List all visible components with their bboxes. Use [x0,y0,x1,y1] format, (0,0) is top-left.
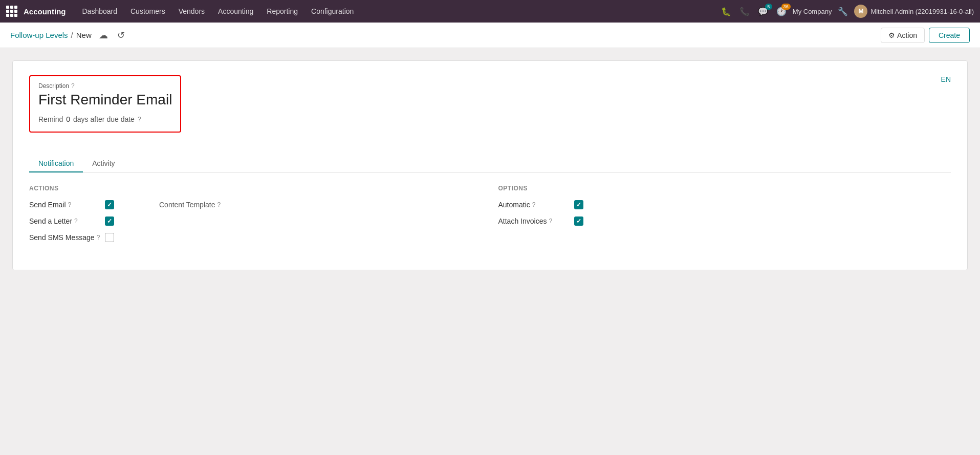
save-cloud-icon[interactable]: ☁ [97,28,110,43]
attach-invoices-label: Attach Invoices [498,217,547,225]
description-help-icon[interactable]: ? [71,82,75,90]
attach-invoices-row: Attach Invoices ? [498,216,951,226]
remind-suffix: days after due date [73,115,135,123]
gear-icon: ⚙ [888,31,895,39]
description-label: Description ? [38,82,172,90]
create-button[interactable]: Create [929,28,970,43]
send-sms-label: Send SMS Message [29,233,95,242]
main-menu: Dashboard Customers Vendors Accounting R… [76,4,717,18]
header-actions: ⚙ Action Create [881,28,970,43]
send-letter-help-icon[interactable]: ? [74,218,78,225]
automatic-label: Automatic [498,201,530,209]
remind-value[interactable]: 0 [66,115,70,123]
send-sms-row: Send SMS Message ? [29,233,482,242]
description-section: Description ? First Reminder Email Remin… [29,75,181,133]
language-button[interactable]: EN [941,75,951,83]
main-content: Description ? First Reminder Email Remin… [0,48,980,283]
actions-column: ACTIONS Send Email ? Content Template ? [29,185,482,249]
attach-invoices-help-icon[interactable]: ? [549,218,552,225]
clock-badge: 36 [781,4,791,10]
content-template-help-icon[interactable]: ? [217,201,221,208]
menu-configuration[interactable]: Configuration [305,4,360,18]
breadcrumb-separator: / [71,31,73,39]
settings-wrench-icon[interactable]: 🔧 [836,5,850,18]
action-button[interactable]: ⚙ Action [881,28,925,43]
attach-invoices-checkbox[interactable] [574,216,583,226]
send-letter-checkbox[interactable] [105,216,114,226]
app-grid-icon[interactable] [6,6,17,17]
menu-accounting[interactable]: Accounting [212,4,259,18]
chat-badge: 5 [765,4,772,10]
breadcrumb-parent[interactable]: Follow-up Levels [10,31,68,39]
tabs: Notification Activity [29,155,951,172]
phone-icon[interactable]: 📞 [737,5,752,18]
send-email-row: Send Email ? Content Template ? [29,200,482,209]
send-email-help-icon[interactable]: ? [68,201,72,208]
options-column: OPTIONS Automatic ? Attach Invoices ? [498,185,951,249]
user-menu[interactable]: M Mitchell Admin (22019931-16-0-all) [854,5,974,18]
tab-content: ACTIONS Send Email ? Content Template ? [29,185,951,249]
automatic-row: Automatic ? [498,200,951,209]
menu-customers[interactable]: Customers [124,4,171,18]
avatar: M [854,5,867,18]
discard-icon[interactable]: ↺ [115,28,127,43]
remind-help-icon[interactable]: ? [138,116,141,123]
content-template-label: Content Template ? [159,201,221,209]
send-email-label: Send Email [29,201,66,209]
company-name[interactable]: My Company [793,8,832,15]
form-card: Description ? First Reminder Email Remin… [12,60,968,270]
breadcrumb-bar: Follow-up Levels / New ☁ ↺ ⚙ Action Crea… [0,23,980,48]
send-letter-row: Send a Letter ? [29,216,482,226]
user-name: Mitchell Admin (22019931-16-0-all) [870,8,974,15]
send-sms-help-icon[interactable]: ? [97,234,100,241]
menu-reporting[interactable]: Reporting [260,4,304,18]
tab-activity[interactable]: Activity [83,155,124,172]
send-letter-label: Send a Letter [29,217,72,225]
clock-icon[interactable]: 🕐 36 [774,5,789,18]
breadcrumb-current: New [76,31,92,39]
tab-notification[interactable]: Notification [29,155,83,172]
send-sms-checkbox[interactable] [105,233,114,242]
actions-section-title: ACTIONS [29,185,482,192]
top-navigation: Accounting Dashboard Customers Vendors A… [0,0,980,23]
description-value[interactable]: First Reminder Email [38,92,172,108]
app-brand[interactable]: Accounting [24,7,66,16]
bug-icon[interactable]: 🐛 [719,5,733,18]
options-section-title: OPTIONS [498,185,951,192]
automatic-help-icon[interactable]: ? [532,201,536,208]
menu-dashboard[interactable]: Dashboard [76,4,124,18]
send-email-checkbox[interactable] [105,200,114,209]
breadcrumb: Follow-up Levels / New [10,31,92,39]
menu-vendors[interactable]: Vendors [172,4,211,18]
chat-icon[interactable]: 💬 5 [756,5,770,18]
automatic-checkbox[interactable] [574,200,583,209]
remind-label: Remind [38,115,63,123]
remind-row: Remind 0 days after due date ? [38,115,172,123]
topnav-right-area: 🐛 📞 💬 5 🕐 36 My Company 🔧 M Mitchell Adm… [719,5,974,18]
